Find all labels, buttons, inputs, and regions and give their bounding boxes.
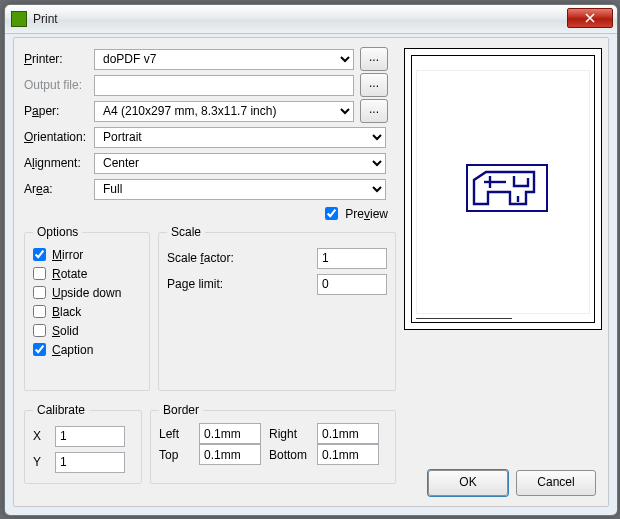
upside-down-label: Upside down — [52, 286, 121, 300]
print-dialog: Print Printer: doPDF v7 ... Output file: — [4, 4, 618, 516]
scale-factor-input[interactable] — [317, 248, 387, 269]
alignment-label: Alignment: — [24, 156, 94, 170]
output-file-browse-button[interactable]: ... — [360, 73, 388, 97]
border-legend: Border — [159, 403, 203, 417]
border-top-input[interactable] — [199, 444, 261, 465]
titlebar: Print — [5, 5, 617, 34]
caption-checkbox[interactable] — [33, 343, 46, 356]
cal-y-label: Y — [33, 455, 55, 469]
border-bottom-input[interactable] — [317, 444, 379, 465]
solid-label: Solid — [52, 324, 79, 338]
orientation-select[interactable]: Portrait — [94, 127, 386, 148]
preview-checkbox[interactable] — [325, 207, 338, 220]
window-title: Print — [33, 12, 58, 26]
close-button[interactable] — [567, 8, 613, 28]
printer-select[interactable]: doPDF v7 — [94, 49, 354, 70]
mirror-checkbox[interactable] — [33, 248, 46, 261]
black-label: Black — [52, 305, 81, 319]
black-checkbox[interactable] — [33, 305, 46, 318]
preview-label: Preview — [345, 207, 388, 221]
border-bottom-label: Bottom — [269, 448, 317, 462]
caption-label: Caption — [52, 343, 93, 357]
options-legend: Options — [33, 225, 82, 239]
cal-x-input[interactable] — [55, 426, 125, 447]
upside-down-checkbox[interactable] — [33, 286, 46, 299]
page-limit-label: Page limit: — [167, 277, 317, 291]
preview-pcb-icon — [466, 164, 548, 212]
cal-x-label: X — [33, 429, 55, 443]
rotate-checkbox[interactable] — [33, 267, 46, 280]
area-select[interactable]: Full — [94, 179, 386, 200]
cancel-button[interactable]: Cancel — [516, 470, 596, 496]
scale-legend: Scale — [167, 225, 205, 239]
paper-browse-button[interactable]: ... — [360, 99, 388, 123]
border-left-input[interactable] — [199, 423, 261, 444]
options-group: Options Mirror Rotate Upside down Black … — [24, 225, 150, 391]
preview-page: ▬▬▬▬▬▬▬▬▬▬▬▬▬▬▬▬▬▬▬▬▬▬▬▬▬▬▬▬▬▬▬▬ — [411, 55, 595, 323]
output-file-label: Output file: — [24, 78, 94, 92]
alignment-select[interactable]: Center — [94, 153, 386, 174]
solid-checkbox[interactable] — [33, 324, 46, 337]
close-icon — [585, 13, 595, 23]
calibrate-group: Calibrate X Y — [24, 403, 142, 484]
printer-label: Printer: — [24, 52, 94, 66]
scale-group: Scale Scale factor: Page limit: — [158, 225, 396, 391]
client-area: Printer: doPDF v7 ... Output file: ... P… — [13, 37, 609, 507]
border-group: Border Left Right Top Bottom — [150, 403, 396, 484]
paper-label: Paper: — [24, 104, 94, 118]
printer-browse-button[interactable]: ... — [360, 47, 388, 71]
border-top-label: Top — [159, 448, 199, 462]
page-limit-input[interactable] — [317, 274, 387, 295]
preview-caption: ▬▬▬▬▬▬▬▬▬▬▬▬▬▬▬▬▬▬▬▬▬▬▬▬▬▬▬▬▬▬▬▬ — [416, 316, 590, 321]
border-right-label: Right — [269, 427, 317, 441]
output-file-input — [94, 75, 354, 96]
border-right-input[interactable] — [317, 423, 379, 444]
orientation-label: Orientation: — [24, 130, 94, 144]
scale-factor-label: Scale factor: — [167, 251, 317, 265]
rotate-label: Rotate — [52, 267, 87, 281]
area-label: Area: — [24, 182, 94, 196]
border-left-label: Left — [159, 427, 199, 441]
app-icon — [11, 11, 27, 27]
cal-y-input[interactable] — [55, 452, 125, 473]
ok-button[interactable]: OK — [428, 470, 508, 496]
mirror-label: Mirror — [52, 248, 83, 262]
calibrate-legend: Calibrate — [33, 403, 89, 417]
paper-select[interactable]: A4 (210x297 mm, 8.3x11.7 inch) — [94, 101, 354, 122]
preview-pane: ▬▬▬▬▬▬▬▬▬▬▬▬▬▬▬▬▬▬▬▬▬▬▬▬▬▬▬▬▬▬▬▬ — [404, 48, 602, 330]
